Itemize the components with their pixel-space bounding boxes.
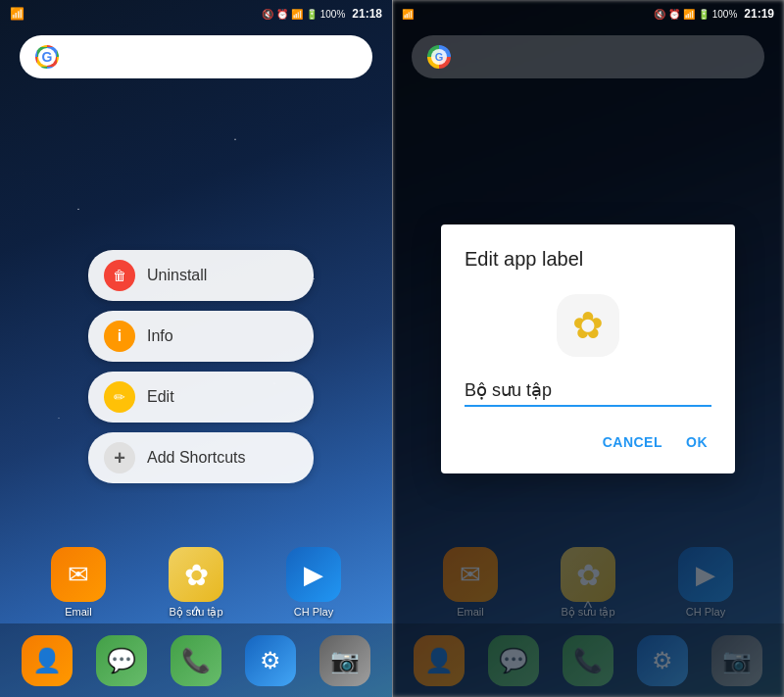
right-battery-icon: 🔋 <box>698 9 710 20</box>
email-app-icon: ✉ <box>51 547 106 602</box>
nav-chevron: ^ <box>192 603 200 623</box>
right-status-bar: 📶 🔇 ⏰ 📶 🔋 100% 21:19 <box>392 0 784 27</box>
right-status-time: 21:19 <box>744 7 774 21</box>
battery-level: 100% <box>320 9 346 20</box>
menu-label-edit: Edit <box>147 388 174 406</box>
dock-camera[interactable]: 📷 <box>319 635 370 686</box>
app-chplay[interactable]: ▶ CH Play <box>286 547 341 619</box>
menu-item-edit[interactable]: ✏ Edit <box>88 372 314 423</box>
mute-icon: 🔇 <box>262 9 273 20</box>
dialog-input-group <box>465 376 711 407</box>
menu-item-info[interactable]: i Info <box>88 311 314 362</box>
right-status-right: 🔇 ⏰ 📶 🔋 100% 21:19 <box>654 7 774 21</box>
email-app-label: Email <box>65 606 92 618</box>
wifi-icon: 📶 <box>291 9 303 20</box>
right-google-logo: G <box>427 45 451 69</box>
dialog-buttons: CANCEL OK <box>465 426 711 458</box>
edit-app-label-dialog: Edit app label ✿ CANCEL OK <box>441 224 735 473</box>
uninstall-icon: 🗑 <box>104 260 135 291</box>
right-search-bar[interactable]: G <box>412 35 764 78</box>
dock-settings[interactable]: ⚙ <box>245 635 296 686</box>
battery-icon: 🔋 <box>306 9 318 20</box>
menu-label-uninstall: Uninstall <box>147 267 207 284</box>
right-mute-icon: 🔇 <box>654 9 665 20</box>
panel-separator <box>392 0 393 697</box>
dialog-title: Edit app label <box>465 248 711 271</box>
dialog-overlay: Edit app label ✿ CANCEL OK <box>392 0 784 697</box>
right-status-left: 📶 <box>402 9 414 20</box>
add-shortcuts-icon: + <box>104 442 135 473</box>
left-status-right: 🔇 ⏰ 📶 🔋 100% 21:18 <box>262 7 382 21</box>
app-label-input[interactable] <box>465 376 711 407</box>
signal-icon: 📶 <box>10 7 24 21</box>
dialog-app-icon-area: ✿ <box>465 294 711 357</box>
google-logo <box>35 45 59 69</box>
right-wifi-icon: 📶 <box>683 9 695 20</box>
dialog-cancel-button[interactable]: CANCEL <box>599 426 666 458</box>
edit-icon: ✏ <box>104 381 135 413</box>
dock-messages[interactable]: 💬 <box>96 635 147 686</box>
chplay-app-label: CH Play <box>294 606 333 618</box>
info-icon: i <box>104 321 135 352</box>
dialog-app-emoji: ✿ <box>572 304 604 347</box>
left-phone-screen: 📶 🔇 ⏰ 📶 🔋 100% 21:18 🗑 Uninstall i Inf <box>0 0 392 697</box>
left-status-left: 📶 <box>10 7 24 21</box>
dialog-app-icon-img: ✿ <box>557 294 619 357</box>
dock-contacts[interactable]: 👤 <box>22 635 73 686</box>
nav-chevron-area: ^ <box>192 603 200 623</box>
alarm-icon: ⏰ <box>276 9 288 20</box>
dialog-ok-button[interactable]: OK <box>682 426 711 458</box>
left-search-bar[interactable] <box>20 35 372 78</box>
right-phone-screen: 📶 🔇 ⏰ 📶 🔋 100% 21:19 G ✉ Email ✿ Bộ sưu … <box>392 0 784 697</box>
right-signal-icon: 📶 <box>402 9 414 20</box>
menu-label-add-shortcuts: Add Shortcuts <box>147 449 246 467</box>
right-alarm-icon: ⏰ <box>668 9 680 20</box>
right-g-letter: G <box>431 49 447 65</box>
menu-item-add-shortcuts[interactable]: + Add Shortcuts <box>88 432 314 483</box>
left-status-bar: 📶 🔇 ⏰ 📶 🔋 100% 21:18 <box>0 0 392 27</box>
context-menu: 🗑 Uninstall i Info ✏ Edit + Add Shortcut… <box>88 250 314 483</box>
dock-phone[interactable]: 📞 <box>171 635 221 686</box>
menu-label-info: Info <box>147 327 173 345</box>
left-bottom-dock: 👤 💬 📞 ⚙ 📷 <box>0 623 392 697</box>
status-time: 21:18 <box>352 7 382 21</box>
right-battery-level: 100% <box>712 9 738 20</box>
app-email[interactable]: ✉ Email <box>51 547 106 619</box>
chplay-app-icon: ▶ <box>286 547 341 602</box>
menu-item-uninstall[interactable]: 🗑 Uninstall <box>88 250 314 301</box>
bosutap-app-icon: ✿ <box>169 547 223 602</box>
